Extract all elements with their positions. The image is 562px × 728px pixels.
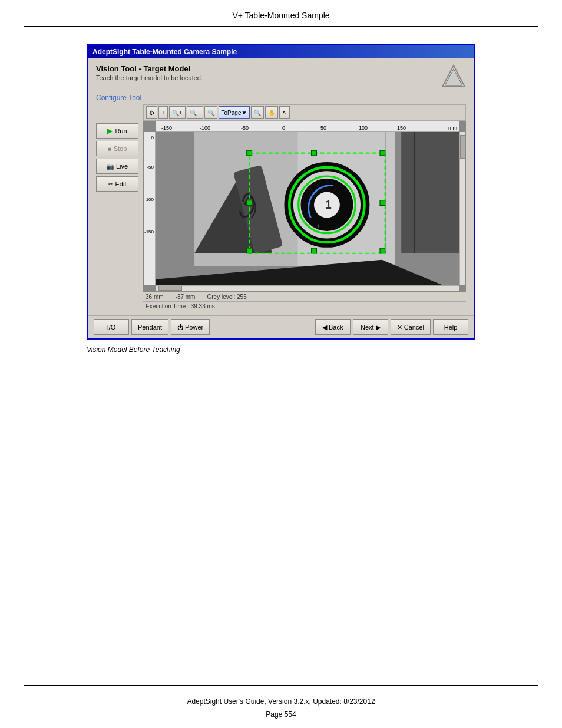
stop-icon: ■: [108, 146, 111, 152]
page-header-title: V+ Table-Mounted Sample: [232, 11, 329, 20]
live-icon: 📷: [107, 163, 114, 170]
edit-button[interactable]: ✏ Edit: [96, 176, 138, 192]
dialog-titlebar: AdeptSight Table-Mounted Camera Sample: [88, 45, 474, 58]
section-title: Vision Tool - Target Model: [96, 64, 203, 73]
ruler-unit: mm: [448, 125, 457, 131]
ruler-top: -150 -100 -50 0 50 100 150 mm: [156, 121, 459, 132]
fit-dropdown[interactable]: ToPage ▼: [219, 106, 250, 119]
tool-add-button[interactable]: +: [158, 106, 168, 119]
footer-right-buttons: ◀ Back Next ▶ ✕ Cancel Help: [315, 319, 468, 335]
run-button[interactable]: ▶ Run: [96, 123, 138, 139]
ruler-tick-0: 0: [282, 125, 285, 131]
configure-tool-label: Configure Tool: [96, 94, 466, 102]
vision-toolbar: ⚙ + 🔍+ 🔍− 🔍 ToPage ▼ 🔍 ✋ ↖: [143, 104, 466, 121]
live-button[interactable]: 📷 Live: [96, 159, 138, 174]
title-section: Vision Tool - Target Model Teach the tar…: [96, 64, 466, 89]
next-button[interactable]: Next ▶: [353, 319, 388, 335]
back-button[interactable]: ◀ Back: [315, 319, 351, 335]
pointer-button[interactable]: ↖: [279, 106, 290, 119]
ruler-tick-50: 50: [320, 125, 326, 131]
main-content: AdeptSight Table-Mounted Camera Sample V…: [0, 27, 562, 525]
fit-label: ToPage: [222, 110, 242, 116]
camera-view: -150 -100 -50 0 50 100 150 mm 0 -5: [143, 121, 466, 292]
dropdown-arrow: ▼: [241, 110, 247, 116]
svg-text:+: +: [316, 222, 320, 230]
page-footer: AdeptSight User's Guide, Version 3.2.x, …: [0, 691, 562, 728]
ruler-left-tick-3: -100: [144, 197, 154, 202]
ruler-tick-150: 150: [397, 125, 406, 131]
svg-rect-8: [401, 132, 459, 253]
tool-settings-button[interactable]: ⚙: [146, 106, 157, 119]
footer-left-buttons: I/O Pendant ⏻ Power: [94, 319, 210, 335]
svg-text:1: 1: [325, 198, 332, 211]
svg-rect-17: [247, 200, 252, 206]
ruler-left-tick-1: 0: [151, 135, 154, 140]
adept-logo: [441, 64, 466, 89]
footer-credit: AdeptSight User's Guide, Version 3.2.x, …: [0, 697, 562, 706]
vision-area: ⚙ + 🔍+ 🔍− 🔍 ToPage ▼ 🔍 ✋ ↖: [143, 104, 466, 311]
power-button[interactable]: ⏻ Power: [171, 319, 210, 335]
status-bar: 36 mm -37 mm Grey level: 255: [143, 292, 466, 301]
execution-bar: Execution Time : 39.33 ms: [143, 301, 466, 311]
zoom-out-button[interactable]: 🔍−: [187, 106, 203, 119]
ruler-tick-n100: -100: [200, 125, 210, 131]
help-button[interactable]: Help: [433, 319, 468, 335]
edit-icon: ✏: [108, 181, 113, 187]
run-icon: ▶: [107, 127, 113, 135]
footer-rule: [24, 685, 538, 686]
svg-rect-18: [380, 200, 385, 206]
section-subtitle: Teach the target model to be located.: [96, 74, 203, 81]
execution-time: Execution Time : 39.33 ms: [146, 303, 215, 309]
io-button[interactable]: I/O: [94, 319, 129, 335]
dialog-body: Vision Tool - Target Model Teach the tar…: [88, 58, 474, 315]
zoom-in-button[interactable]: 🔍+: [169, 106, 186, 119]
magnify-button[interactable]: 🔍: [251, 106, 264, 119]
cancel-button[interactable]: ✕ Cancel: [391, 319, 431, 335]
zoom-reset-button[interactable]: 🔍: [204, 106, 217, 119]
tool-area: ▶ Run ■ Stop 📷 Live ✏ Edit: [96, 104, 466, 311]
stop-button[interactable]: ■ Stop: [96, 141, 138, 156]
ruler-left-tick-4: -150: [144, 229, 154, 235]
svg-rect-16: [312, 248, 317, 253]
back-icon: ◀: [322, 324, 327, 331]
pan-button[interactable]: ✋: [265, 106, 278, 119]
scrollbar-right[interactable]: [459, 132, 465, 285]
image-caption: Vision Model Before Teaching: [87, 345, 180, 354]
ruler-left-tick-2: -50: [147, 164, 154, 170]
dialog-window: AdeptSight Table-Mounted Camera Sample V…: [87, 44, 475, 340]
scrollbar-bottom[interactable]: [156, 285, 459, 291]
camera-image: 1 +: [156, 132, 459, 285]
title-text-area: Vision Tool - Target Model Teach the tar…: [96, 64, 203, 81]
ruler-left: 0 -50 -100 -150: [144, 132, 156, 285]
coord1-status: 36 mm: [146, 294, 164, 300]
cancel-icon: ✕: [397, 324, 402, 331]
coord2-status: -37 mm: [176, 294, 196, 300]
grey-level-status: Grey level: 255: [207, 294, 246, 300]
svg-rect-12: [380, 150, 385, 156]
svg-rect-13: [247, 248, 252, 253]
next-icon: ▶: [376, 324, 381, 331]
ruler-tick-100: 100: [359, 125, 368, 131]
dialog-title: AdeptSight Table-Mounted Camera Sample: [92, 48, 237, 56]
pendant-button[interactable]: Pendant: [131, 319, 168, 335]
ruler-tick-n50: -50: [241, 125, 249, 131]
svg-rect-15: [312, 150, 317, 156]
left-buttons-panel: ▶ Run ■ Stop 📷 Live ✏ Edit: [96, 104, 138, 311]
svg-rect-14: [380, 248, 385, 253]
page-number: Page 554: [0, 710, 562, 719]
svg-rect-11: [247, 150, 252, 156]
power-icon: ⏻: [177, 324, 183, 331]
dialog-footer: I/O Pendant ⏻ Power ◀ Back Next ▶: [88, 315, 474, 338]
ruler-tick-n150: -150: [161, 125, 172, 131]
